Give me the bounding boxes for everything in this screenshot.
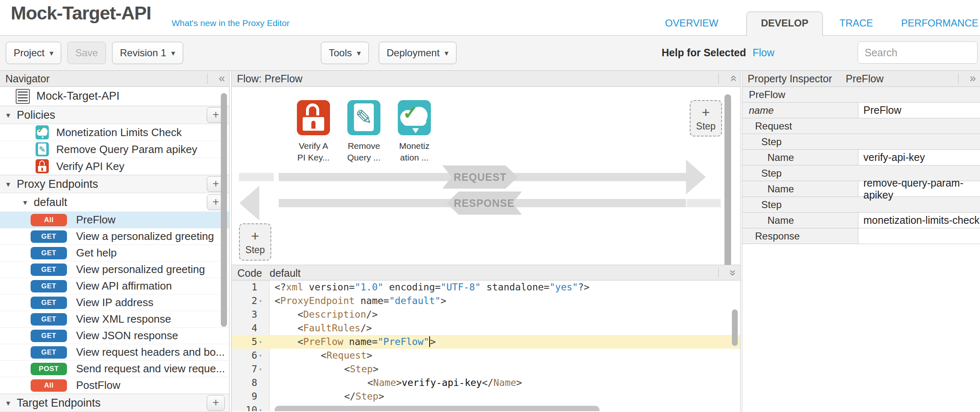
method-badge: GET <box>31 263 67 276</box>
collapse-down-icon[interactable]: » <box>730 265 736 281</box>
line-number: 4 <box>232 321 257 335</box>
fold-icon[interactable]: ▾ <box>259 362 262 376</box>
navigator-scrollbar[interactable] <box>221 93 227 327</box>
help-flow-link[interactable]: Flow <box>753 47 774 59</box>
inspector-row-request: Request <box>742 118 980 134</box>
code-title: Code <box>237 265 262 281</box>
method-badge: All <box>31 214 67 226</box>
nav-flow-label: View API affirmation <box>76 280 172 292</box>
code-scrollbar[interactable] <box>732 309 738 346</box>
flow-policies: Verify API Key...✎RemoveQuery ...✓Moneti… <box>294 100 434 163</box>
inspector-value-input[interactable]: monetization-limits-check <box>858 213 980 228</box>
nav-section-label: default <box>34 196 67 209</box>
nav-flow-preflow[interactable]: AllPreFlow <box>0 212 229 228</box>
code-editor[interactable]: 1<?xml version="1.0" encoding="UTF-8" st… <box>232 280 740 411</box>
project-menu-button[interactable]: Project ▾ <box>6 42 61 64</box>
nav-flow-view-json-response[interactable]: GETView JSON response <box>0 328 229 344</box>
nav-section-default[interactable]: ▾default+ <box>0 193 229 212</box>
divider <box>207 73 208 84</box>
code-line: 5▾<PreFlow name="PreFlow"> <box>232 335 740 349</box>
inspector-label: Name <box>742 181 858 196</box>
nav-section-policies[interactable]: ▾Policies+ <box>0 106 229 124</box>
fold-icon[interactable]: ▾ <box>259 335 262 349</box>
inspector-subject: PreFlow <box>846 73 884 84</box>
method-badge: GET <box>31 297 67 309</box>
expand-right-icon[interactable]: » <box>970 71 976 87</box>
line-number: 9 <box>232 390 257 403</box>
nav-flow-send-request-and-view-reque[interactable]: POSTSend request and view reque... <box>0 361 229 377</box>
collapse-up-icon[interactable]: » <box>730 71 736 87</box>
revision-menu-button[interactable]: Revision 1 ▾ <box>112 42 183 64</box>
tab-overview[interactable]: OVERVIEW <box>665 17 718 36</box>
navigator-header: Navigator « <box>0 71 229 87</box>
inspector-row-name: namePreFlow <box>742 103 980 118</box>
nav-flow-view-a-personalized-greeting[interactable]: GETView a personalized greeting <box>0 228 229 245</box>
nav-policy-monetization-limits-check[interactable]: ✓Monetization Limits Check <box>0 124 229 141</box>
nav-section-label: Policies <box>17 109 55 122</box>
flow-policy-lock[interactable]: Verify API Key... <box>294 100 333 163</box>
project-menu-label: Project <box>14 47 45 59</box>
triangle-down-icon: ▾ <box>6 180 10 189</box>
add-step-label: Step <box>696 121 715 132</box>
editor-panel: Flow: PreFlow » Verify API Key...✎Remove… <box>231 71 741 412</box>
search-input[interactable] <box>858 41 978 64</box>
fold-icon[interactable]: ▾ <box>259 403 262 411</box>
inspector-value-input[interactable]: PreFlow <box>858 103 980 118</box>
inspector-row-preflow: PreFlow <box>742 87 980 103</box>
inspector-row-name: Nameverify-api-key <box>742 150 980 165</box>
flow-canvas: Verify API Key...✎RemoveQuery ...✓Moneti… <box>232 87 740 265</box>
nav-flow-view-api-affirmation[interactable]: GETView API affirmation <box>0 278 229 295</box>
tools-menu-button[interactable]: Tools ▾ <box>321 42 369 64</box>
tab-develop[interactable]: DEVELOP <box>746 12 823 36</box>
cloud-check-icon: ✓ <box>398 100 431 135</box>
code-line: 3<Description/> <box>232 308 740 321</box>
inspector-label: Step <box>742 197 782 212</box>
method-badge: GET <box>31 247 67 259</box>
nav-flow-label: View request headers and bo... <box>76 346 225 359</box>
inspector-value-input[interactable] <box>858 228 980 244</box>
fold-icon[interactable]: ▾ <box>259 294 262 308</box>
flow-scrollbar[interactable] <box>724 94 731 265</box>
nav-flow-view-request-headers-and-bo[interactable]: GETView request headers and bo... <box>0 344 229 361</box>
method-badge: GET <box>31 280 67 292</box>
nav-item-mock-target-api[interactable]: Mock-Target-API <box>0 87 229 106</box>
caret-down-icon: ▾ <box>171 48 175 58</box>
inspector-value-input[interactable]: remove-query-param-apikey <box>858 181 980 196</box>
add-step-button-request[interactable]: + Step <box>690 100 722 137</box>
nav-flow-view-personalized-greeting[interactable]: GETView personalized greeting <box>0 261 229 278</box>
method-badge: All <box>31 379 67 392</box>
whats-new-link[interactable]: What's new in the Proxy Editor <box>172 18 289 28</box>
inspector-value-input[interactable]: verify-api-key <box>858 150 980 165</box>
nav-flow-view-ip-address[interactable]: GETView IP address <box>0 295 229 311</box>
triangle-down-icon: ▾ <box>6 110 10 120</box>
nav-flow-postflow[interactable]: AllPostFlow <box>0 377 229 394</box>
tab-trace[interactable]: TRACE <box>839 17 873 36</box>
nav-section-target-endpoints[interactable]: ▾Target Endpoints+ <box>0 394 229 412</box>
nav-section-proxy-endpoints[interactable]: ▾Proxy Endpoints+ <box>0 175 229 193</box>
code-hscrollbar[interactable] <box>275 406 600 411</box>
code-line: 4<FaultRules/> <box>232 321 740 335</box>
nav-policy-remove-query-param-apikey[interactable]: ✎Remove Query Param apikey <box>0 141 229 158</box>
nav-flow-get-help[interactable]: GETGet help <box>0 245 229 261</box>
tab-performance[interactable]: PERFORMANCE <box>901 17 978 36</box>
plus-icon: + <box>251 229 259 243</box>
collapse-left-icon[interactable]: « <box>219 71 225 87</box>
document-icon <box>16 89 30 104</box>
flow-policy-cloud-check[interactable]: ✓Monetization ... <box>394 100 434 163</box>
add-button[interactable]: + <box>207 395 225 411</box>
add-step-button-response[interactable]: + Step <box>239 223 271 261</box>
save-button[interactable]: Save <box>67 42 106 64</box>
deployment-menu-label: Deployment <box>387 47 440 59</box>
deployment-menu-button[interactable]: Deployment ▾ <box>379 42 457 64</box>
tools-menu-label: Tools <box>329 47 352 59</box>
app-header: Mock-Target-API What's new in the Proxy … <box>0 0 980 36</box>
line-number: 3 <box>232 308 257 321</box>
code-line: 6▾<Request> <box>232 349 740 362</box>
method-badge: GET <box>31 346 67 359</box>
flow-policy-pencil[interactable]: ✎RemoveQuery ... <box>344 100 384 163</box>
fold-icon[interactable]: ▾ <box>259 349 262 362</box>
nav-policy-verify-api-key[interactable]: Verify API Key <box>0 158 229 175</box>
nav-flow-view-xml-response[interactable]: GETView XML response <box>0 311 229 328</box>
nav-flow-label: View XML response <box>76 313 171 326</box>
method-badge: GET <box>31 330 67 342</box>
